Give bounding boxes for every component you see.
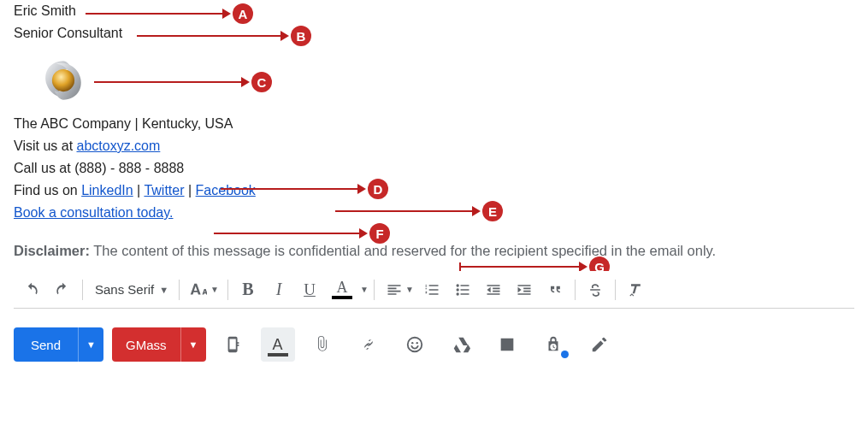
text-color-swatch (332, 296, 352, 299)
annotation-badge-f: F (369, 223, 390, 244)
align-button[interactable] (380, 275, 409, 304)
find-line: Find us on LinkedIn | Twitter | Facebook (14, 180, 854, 202)
twitter-link[interactable]: Twitter (144, 183, 184, 197)
text-color-a-icon: A (337, 280, 348, 295)
strikethrough-button[interactable] (581, 275, 610, 304)
svg-point-1 (456, 284, 458, 286)
facebook-link[interactable]: Facebook (196, 183, 256, 197)
svg-point-2 (456, 288, 458, 291)
text-color-button[interactable]: A ▼ (326, 275, 369, 304)
insert-emoji-button[interactable] (396, 327, 434, 362)
pen-icon (590, 335, 609, 354)
send-button-more[interactable]: ▼ (78, 327, 103, 362)
quote-icon (546, 281, 564, 298)
drive-icon (452, 335, 470, 354)
disclaimer: Disclaimer: The content of this message … (14, 243, 854, 259)
font-family-label: Sans Serif (95, 282, 154, 297)
gmass-button[interactable]: GMass ▼ (112, 327, 206, 362)
link-icon (359, 335, 378, 354)
visit-line: Visit us at abctoxyz.com (14, 135, 854, 157)
text-format-a-icon: A (273, 336, 283, 354)
send-button[interactable]: Send ▼ (14, 327, 103, 362)
linkedin-link[interactable]: LinkedIn (81, 183, 133, 197)
signature-title: Senior Consultant (14, 22, 854, 44)
underline-button[interactable]: U (295, 275, 324, 304)
company-line: The ABC Company | Kentucky, USA (14, 113, 854, 135)
insert-link-button[interactable] (350, 327, 387, 362)
indent-more-button[interactable] (510, 275, 539, 304)
website-link[interactable]: abctoxyz.com (77, 138, 161, 153)
redo-button[interactable] (48, 275, 77, 304)
signature-name: Eric Smith (14, 0, 854, 22)
image-icon (498, 335, 517, 354)
compose-action-bar: Send ▼ GMass ▼ A (14, 327, 854, 362)
formatting-toggle-button[interactable]: A (261, 327, 295, 362)
status-dot-icon (561, 351, 569, 358)
undo-button[interactable] (17, 275, 46, 304)
disclaimer-text: The content of this message is confident… (90, 243, 716, 258)
confidential-mode-button[interactable] (534, 327, 572, 362)
strikethrough-icon (587, 281, 604, 298)
emoji-icon (405, 335, 424, 354)
text-size-icon (188, 280, 207, 299)
insert-signature-button[interactable] (581, 327, 618, 362)
font-family-picker[interactable]: Sans Serif ▼ (88, 275, 174, 304)
sms-button[interactable] (215, 327, 252, 362)
lock-clock-icon (544, 335, 563, 354)
bulleted-list-icon (454, 281, 471, 298)
phone-sms-icon (224, 335, 243, 354)
quote-button[interactable] (540, 275, 570, 304)
remove-format-icon (627, 281, 644, 298)
caret-down-icon: ▼ (159, 285, 168, 295)
caret-down-icon: ▼ (405, 285, 414, 294)
redo-icon (54, 281, 71, 298)
remove-formatting-button[interactable] (621, 275, 650, 304)
social-sep-2: | (185, 183, 196, 197)
cta-line: Book a consultation today. (14, 202, 854, 224)
insert-photo-button[interactable] (488, 327, 526, 362)
call-line: Call us at (888) - 888 - 8888 (14, 157, 854, 180)
visit-prefix: Visit us at (14, 138, 77, 153)
annotation-f: F (214, 225, 385, 242)
gmass-button-more[interactable]: ▼ (180, 327, 206, 362)
caret-down-icon: ▼ (210, 285, 219, 294)
company-logo (39, 56, 854, 104)
format-toolbar: Sans Serif ▼ ▼ B I U A ▼ ▼ (14, 271, 854, 309)
bold-button[interactable]: B (233, 275, 263, 304)
indent-less-icon (485, 281, 502, 298)
indent-more-icon (516, 281, 533, 298)
svg-point-0 (52, 69, 74, 91)
numbered-list-icon (423, 281, 440, 298)
svg-point-3 (456, 292, 458, 295)
undo-icon (23, 281, 40, 298)
bulleted-list-button[interactable] (448, 275, 477, 304)
swirl-logo-icon (39, 56, 87, 104)
caret-down-icon: ▼ (360, 285, 369, 294)
italic-button[interactable]: I (264, 275, 293, 304)
svg-point-4 (407, 338, 422, 352)
numbered-list-button[interactable] (417, 275, 446, 304)
social-sep-1: | (133, 183, 145, 197)
disclaimer-label: Disclaimer: (14, 243, 90, 258)
indent-less-button[interactable] (479, 275, 508, 304)
send-button-main[interactable]: Send (14, 327, 78, 362)
svg-point-6 (416, 342, 417, 344)
svg-point-5 (411, 342, 413, 344)
insert-drive-button[interactable] (442, 327, 480, 362)
gmass-button-main[interactable]: GMass (112, 327, 180, 362)
text-format-underline (268, 353, 288, 357)
find-prefix: Find us on (14, 183, 81, 197)
cta-link[interactable]: Book a consultation today. (14, 205, 174, 220)
attach-button[interactable] (304, 327, 341, 362)
font-size-picker[interactable]: ▼ (185, 275, 222, 304)
paperclip-icon (313, 335, 332, 354)
align-left-icon (386, 281, 403, 298)
